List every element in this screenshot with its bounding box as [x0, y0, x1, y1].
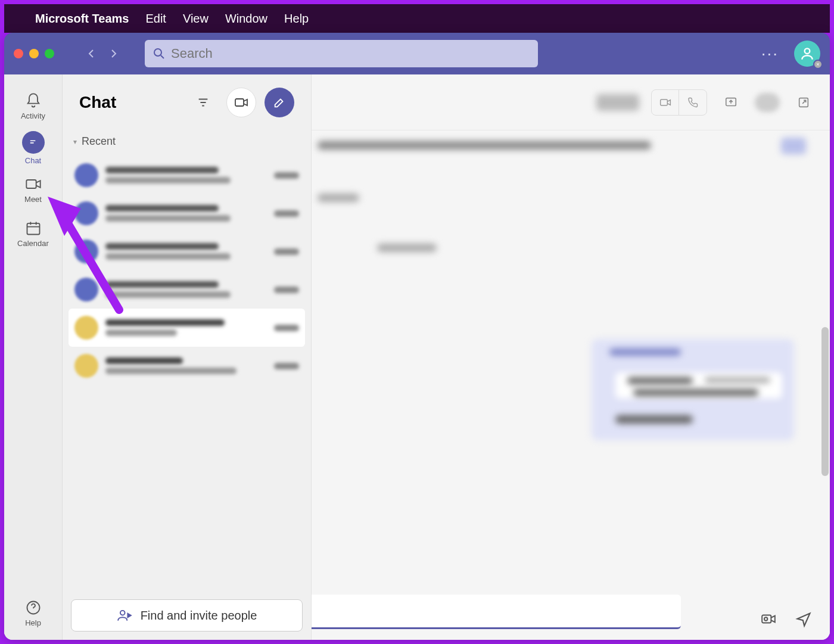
search-input[interactable] [171, 46, 530, 61]
video-clip-icon [761, 611, 776, 627]
chat-timestamp [274, 210, 299, 217]
video-call-button[interactable] [652, 90, 679, 115]
nav-back-button[interactable] [84, 46, 99, 61]
pop-out-icon [797, 96, 810, 109]
app-window: ··· × Activity Chat [4, 33, 830, 640]
chat-list-item[interactable] [69, 309, 305, 347]
svg-rect-10 [762, 615, 771, 623]
sidebar-item-calendar[interactable]: Calendar [7, 210, 60, 257]
svg-point-6 [120, 611, 125, 615]
svg-rect-5 [235, 99, 244, 106]
screen-share-button[interactable] [719, 91, 743, 114]
search-box[interactable] [145, 40, 538, 67]
video-icon [25, 176, 42, 192]
person-icon [799, 46, 815, 61]
chat-timestamp [274, 287, 299, 293]
chat-avatar [74, 239, 98, 263]
chevron-down-icon: ▾ [73, 138, 77, 146]
chat-timestamp [274, 363, 299, 369]
chat-list-item[interactable] [69, 194, 305, 232]
chat-icon [27, 136, 40, 149]
conversation-header [312, 74, 830, 130]
menu-window[interactable]: Window [225, 12, 267, 26]
audio-call-button[interactable] [679, 90, 707, 115]
close-window-button[interactable] [14, 49, 23, 58]
svg-rect-2 [26, 180, 36, 188]
titlebar: ··· × [4, 33, 830, 74]
chat-panel-header: Chat [63, 74, 311, 130]
presence-status-icon: × [813, 60, 823, 69]
svg-point-11 [764, 617, 767, 620]
sidebar-item-help[interactable]: Help [7, 592, 60, 634]
sidebar-item-activity[interactable]: Activity [7, 85, 60, 127]
chat-timestamp [274, 248, 299, 255]
find-invite-people-label: Find and invite people [141, 609, 257, 623]
svg-point-0 [154, 49, 161, 56]
messages-area [312, 130, 830, 595]
search-icon [153, 48, 165, 60]
zoom-window-button[interactable] [45, 49, 54, 58]
message-input[interactable] [312, 595, 681, 629]
messages-scrollbar[interactable] [821, 327, 829, 476]
macos-menubar: Microsoft Teams Edit View Window Help [4, 4, 830, 33]
sidebar-item-label: Chat [25, 156, 41, 165]
participants-redacted [755, 93, 780, 112]
chat-timestamp [274, 172, 299, 179]
chat-panel-title: Chat [79, 93, 180, 112]
menu-edit[interactable]: Edit [145, 12, 166, 26]
chat-avatar [74, 354, 98, 378]
window-controls [14, 49, 54, 58]
video-icon [234, 95, 248, 110]
call-button-group [651, 89, 707, 116]
compose-icon [273, 96, 286, 109]
invite-people-icon [117, 608, 132, 623]
phone-icon [687, 97, 698, 108]
chat-avatar [74, 278, 98, 301]
video-icon [659, 97, 671, 108]
chat-avatar [74, 163, 98, 187]
chat-list-panel: Chat ▾ Recent [63, 74, 312, 640]
svg-point-1 [805, 48, 810, 54]
recent-section-toggle[interactable]: ▾ Recent [63, 130, 311, 153]
sidebar-item-meet[interactable]: Meet [7, 169, 60, 210]
sidebar-item-chat[interactable]: Chat [7, 127, 60, 169]
chat-list-item[interactable] [69, 232, 305, 270]
profile-avatar-button[interactable]: × [794, 41, 820, 67]
sidebar-item-label: Activity [21, 111, 45, 120]
menu-view[interactable]: View [183, 12, 208, 26]
sidebar-item-label: Meet [24, 195, 42, 204]
send-icon [795, 611, 812, 628]
chat-avatar [74, 201, 98, 225]
workarea: Activity Chat Meet Calendar [4, 74, 830, 640]
conversation-title-redacted [596, 94, 639, 111]
new-chat-button[interactable] [264, 88, 294, 117]
chat-list [63, 153, 311, 591]
help-icon [25, 599, 42, 616]
screenshot-frame: Microsoft Teams Edit View Window Help [0, 0, 834, 644]
chat-list-item[interactable] [69, 270, 305, 309]
meet-now-button[interactable] [226, 88, 256, 117]
menubar-app-name[interactable]: Microsoft Teams [35, 12, 129, 26]
calendar-icon [25, 220, 42, 237]
sidebar-item-label: Calendar [17, 239, 49, 248]
chat-timestamp [274, 325, 299, 331]
svg-rect-7 [660, 99, 667, 105]
bell-icon [25, 92, 42, 109]
chat-list-item[interactable] [69, 156, 305, 194]
chat-list-item[interactable] [69, 347, 305, 385]
pop-out-button[interactable] [792, 91, 816, 114]
app-sidebar: Activity Chat Meet Calendar [4, 74, 63, 640]
chat-avatar [74, 316, 98, 340]
compose-area [312, 595, 830, 640]
find-invite-people-button[interactable]: Find and invite people [71, 599, 303, 631]
send-button[interactable] [795, 611, 812, 630]
filter-button[interactable] [188, 88, 218, 117]
share-screen-icon [724, 96, 737, 109]
minimize-window-button[interactable] [29, 49, 39, 58]
video-clip-button[interactable] [761, 611, 776, 630]
svg-rect-3 [27, 223, 39, 234]
menu-help[interactable]: Help [284, 12, 309, 26]
nav-forward-button[interactable] [105, 46, 121, 61]
more-options-button[interactable]: ··· [761, 44, 779, 63]
sidebar-item-label: Help [25, 618, 41, 627]
